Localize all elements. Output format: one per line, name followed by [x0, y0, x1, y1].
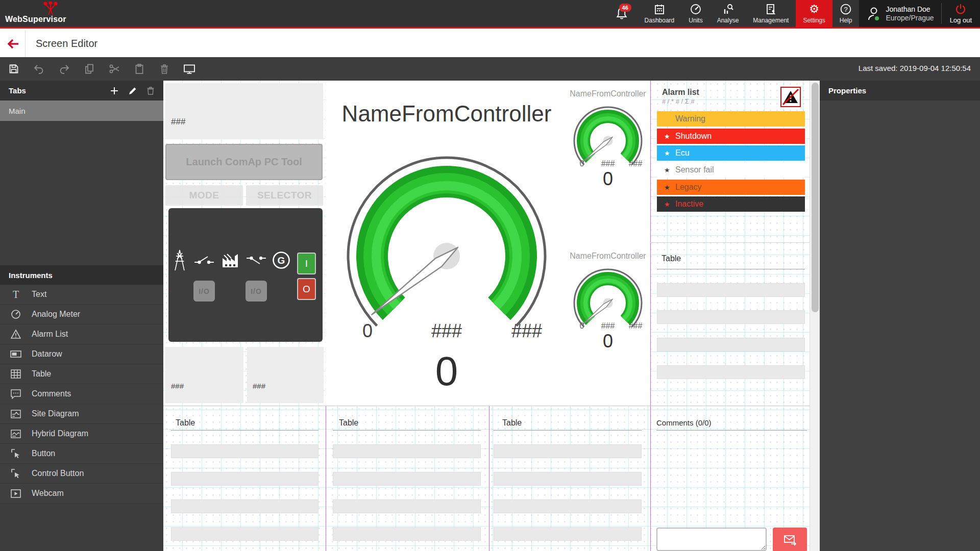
- small-gauge-value: 0: [570, 331, 646, 352]
- cut-button[interactable]: [106, 61, 123, 77]
- instrument-hybrid-diagram[interactable]: Hybrid Diagram: [0, 424, 163, 444]
- alarm-row-sensor-fail[interactable]: ★Sensor fail: [657, 162, 805, 178]
- comment-input[interactable]: [656, 528, 767, 551]
- notifications-button[interactable]: 46: [606, 0, 638, 27]
- table-row[interactable]: [494, 444, 642, 458]
- alarm-star-icon: ★: [664, 149, 675, 157]
- canvas-scrollbar[interactable]: [810, 81, 820, 551]
- sidebar-tab-main[interactable]: Main: [0, 101, 163, 121]
- scrollbar-thumb[interactable]: [812, 83, 819, 312]
- table-row[interactable]: [171, 499, 318, 513]
- alarm-label: Legacy: [675, 183, 702, 192]
- stop-button[interactable]: O: [297, 278, 316, 300]
- undo-button[interactable]: [30, 61, 47, 77]
- preview-monitor-icon: [183, 63, 196, 75]
- cut-icon: [108, 63, 120, 75]
- table-row[interactable]: [494, 472, 642, 486]
- text-widget-value: ###: [171, 117, 185, 127]
- tabs-title: Tabs: [9, 86, 26, 95]
- alarm-list-subtitle: # / * # / Σ #: [662, 97, 695, 105]
- alarm-row-ecu[interactable]: ★Ecu: [657, 145, 805, 161]
- instrument-label: Alarm List: [32, 330, 68, 339]
- instrument-control-button[interactable]: Control Button: [0, 464, 163, 484]
- nav-item-help[interactable]: ? Help: [832, 0, 860, 27]
- alarm-row-warning[interactable]: Warning: [657, 111, 805, 127]
- paste-button[interactable]: [131, 61, 148, 77]
- table-row[interactable]: [657, 310, 805, 324]
- table-row[interactable]: [333, 527, 481, 541]
- table-row[interactable]: [171, 444, 318, 458]
- small-gauge-max: ###: [623, 159, 648, 168]
- alarm-label: Ecu: [675, 148, 690, 158]
- table-row[interactable]: [657, 365, 805, 379]
- alarm-row-inactive[interactable]: ★Inactive: [657, 196, 805, 212]
- svg-text:G: G: [278, 255, 285, 266]
- table-row[interactable]: [333, 444, 481, 458]
- crossed-warning-triangle-icon[interactable]: [780, 87, 801, 107]
- delete-button[interactable]: [156, 61, 173, 77]
- table-row[interactable]: [657, 338, 805, 352]
- table-row[interactable]: [657, 283, 805, 297]
- mode-button[interactable]: MODE: [165, 185, 243, 206]
- edit-tab-icon[interactable]: [128, 86, 137, 95]
- table-row[interactable]: [494, 527, 642, 541]
- back-button[interactable]: [6, 37, 20, 51]
- small-gauge-min: 0: [575, 159, 589, 168]
- properties-panel: Properties: [820, 81, 980, 551]
- alarm-label: Inactive: [675, 199, 703, 209]
- trash-icon: [158, 63, 170, 75]
- launch-pc-tool-button[interactable]: Launch ComAp PC Tool: [165, 144, 323, 180]
- table-row[interactable]: [494, 499, 642, 513]
- selector-button[interactable]: SELECTOR: [246, 185, 323, 206]
- user-menu[interactable]: Jonathan Doe Europe/Prague: [859, 5, 941, 22]
- logout-button[interactable]: Log out: [941, 3, 980, 24]
- instrument-alarm-list[interactable]: Alarm List: [0, 324, 163, 344]
- instrument-analog-meter[interactable]: Analog Meter: [0, 305, 163, 324]
- table-row[interactable]: [171, 527, 318, 541]
- svg-text:?: ?: [844, 6, 847, 13]
- nav-item-settings[interactable]: ⚙ Settings: [796, 0, 832, 27]
- datarow-widget-1[interactable]: ###: [165, 347, 243, 403]
- save-button[interactable]: [5, 61, 22, 77]
- preview-button[interactable]: [181, 61, 198, 77]
- instrument-label: Text: [32, 290, 46, 299]
- column-guide: [650, 81, 651, 551]
- nav-item-dashboard[interactable]: Dashboard: [638, 0, 682, 27]
- alarm-row-shutdown[interactable]: ★Shutdown: [657, 129, 805, 144]
- table-row[interactable]: [333, 499, 481, 513]
- instrument-comments[interactable]: Comments: [0, 384, 163, 404]
- nav-item-management[interactable]: Management: [746, 0, 796, 27]
- delete-tab-icon[interactable]: [146, 86, 155, 95]
- io-button-2[interactable]: I/O: [246, 281, 267, 302]
- start-button[interactable]: I: [297, 253, 316, 274]
- table-row[interactable]: [333, 472, 481, 486]
- editor-canvas[interactable]: ### Launch ComAp PC Tool MODE SELECTOR: [163, 81, 810, 551]
- small-gauge-value: 0: [570, 168, 646, 190]
- instrument-button[interactable]: Button: [0, 444, 163, 464]
- send-comment-button[interactable]: [773, 528, 807, 551]
- site-diagram-widget[interactable]: G I O I/O I/O: [168, 208, 323, 342]
- app-logo[interactable]: WebSupervisor: [0, 0, 77, 27]
- generator-circle-icon: G: [272, 251, 290, 269]
- instrument-text[interactable]: T Text: [0, 285, 163, 305]
- alarm-triangle-icon: [9, 329, 22, 339]
- factory-icon: [221, 252, 239, 268]
- nav-item-units[interactable]: Units: [681, 0, 709, 27]
- table-divider: [333, 430, 481, 431]
- redo-button[interactable]: [56, 61, 73, 77]
- instrument-datarow[interactable]: Datarow: [0, 344, 163, 364]
- nav-item-analyse[interactable]: Analyse: [710, 0, 746, 27]
- instrument-site-diagram[interactable]: Site Diagram: [0, 404, 163, 424]
- alarm-row-legacy[interactable]: ★Legacy: [657, 180, 805, 195]
- small-gauge-2-title: NameFromController: [542, 252, 674, 261]
- brand-mark-icon: [42, 2, 59, 16]
- instrument-webcam[interactable]: Webcam: [0, 484, 163, 504]
- table-row[interactable]: [171, 472, 318, 486]
- datarow-widget-2[interactable]: ###: [247, 347, 324, 403]
- instrument-table[interactable]: Table: [0, 364, 163, 384]
- table-title: Table: [176, 418, 195, 428]
- copy-button[interactable]: [81, 61, 98, 77]
- add-tab-icon[interactable]: [110, 86, 119, 95]
- table-divider: [494, 430, 642, 431]
- io-button-1[interactable]: I/O: [193, 281, 215, 302]
